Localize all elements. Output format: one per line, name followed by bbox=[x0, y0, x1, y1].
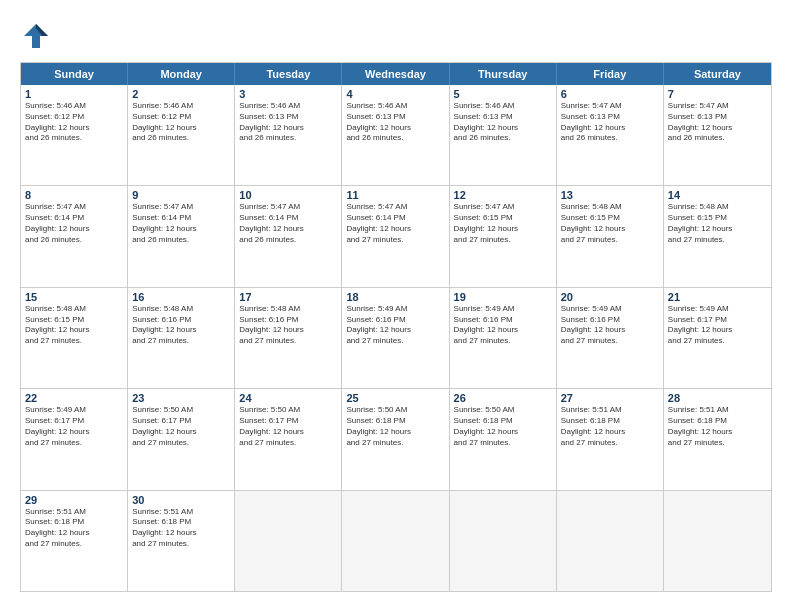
day-cell-14: 14Sunrise: 5:48 AMSunset: 6:15 PMDayligh… bbox=[664, 186, 771, 286]
day-cell-27: 27Sunrise: 5:51 AMSunset: 6:18 PMDayligh… bbox=[557, 389, 664, 489]
calendar-row-4: 29Sunrise: 5:51 AMSunset: 6:18 PMDayligh… bbox=[21, 491, 771, 591]
day-number: 26 bbox=[454, 392, 552, 404]
day-info: Sunrise: 5:47 AMSunset: 6:15 PMDaylight:… bbox=[454, 202, 552, 245]
day-cell-5: 5Sunrise: 5:46 AMSunset: 6:13 PMDaylight… bbox=[450, 85, 557, 185]
day-number: 3 bbox=[239, 88, 337, 100]
calendar-row-3: 22Sunrise: 5:49 AMSunset: 6:17 PMDayligh… bbox=[21, 389, 771, 490]
day-number: 25 bbox=[346, 392, 444, 404]
day-info: Sunrise: 5:47 AMSunset: 6:14 PMDaylight:… bbox=[239, 202, 337, 245]
day-number: 10 bbox=[239, 189, 337, 201]
day-cell-17: 17Sunrise: 5:48 AMSunset: 6:16 PMDayligh… bbox=[235, 288, 342, 388]
header-day-sunday: Sunday bbox=[21, 63, 128, 85]
day-number: 9 bbox=[132, 189, 230, 201]
day-info: Sunrise: 5:50 AMSunset: 6:17 PMDaylight:… bbox=[132, 405, 230, 448]
day-cell-7: 7Sunrise: 5:47 AMSunset: 6:13 PMDaylight… bbox=[664, 85, 771, 185]
day-cell-10: 10Sunrise: 5:47 AMSunset: 6:14 PMDayligh… bbox=[235, 186, 342, 286]
day-info: Sunrise: 5:49 AMSunset: 6:16 PMDaylight:… bbox=[454, 304, 552, 347]
day-number: 27 bbox=[561, 392, 659, 404]
day-cell-13: 13Sunrise: 5:48 AMSunset: 6:15 PMDayligh… bbox=[557, 186, 664, 286]
calendar: SundayMondayTuesdayWednesdayThursdayFrid… bbox=[20, 62, 772, 592]
day-cell-9: 9Sunrise: 5:47 AMSunset: 6:14 PMDaylight… bbox=[128, 186, 235, 286]
day-number: 6 bbox=[561, 88, 659, 100]
day-number: 20 bbox=[561, 291, 659, 303]
day-info: Sunrise: 5:46 AMSunset: 6:13 PMDaylight:… bbox=[239, 101, 337, 144]
calendar-row-2: 15Sunrise: 5:48 AMSunset: 6:15 PMDayligh… bbox=[21, 288, 771, 389]
day-info: Sunrise: 5:49 AMSunset: 6:16 PMDaylight:… bbox=[346, 304, 444, 347]
empty-cell-4-2 bbox=[235, 491, 342, 591]
day-cell-24: 24Sunrise: 5:50 AMSunset: 6:17 PMDayligh… bbox=[235, 389, 342, 489]
header-day-thursday: Thursday bbox=[450, 63, 557, 85]
day-info: Sunrise: 5:48 AMSunset: 6:15 PMDaylight:… bbox=[668, 202, 767, 245]
day-info: Sunrise: 5:51 AMSunset: 6:18 PMDaylight:… bbox=[132, 507, 230, 550]
day-info: Sunrise: 5:50 AMSunset: 6:17 PMDaylight:… bbox=[239, 405, 337, 448]
day-number: 14 bbox=[668, 189, 767, 201]
day-number: 19 bbox=[454, 291, 552, 303]
day-number: 4 bbox=[346, 88, 444, 100]
day-info: Sunrise: 5:51 AMSunset: 6:18 PMDaylight:… bbox=[561, 405, 659, 448]
day-info: Sunrise: 5:48 AMSunset: 6:16 PMDaylight:… bbox=[132, 304, 230, 347]
header-day-monday: Monday bbox=[128, 63, 235, 85]
day-number: 11 bbox=[346, 189, 444, 201]
day-cell-26: 26Sunrise: 5:50 AMSunset: 6:18 PMDayligh… bbox=[450, 389, 557, 489]
day-info: Sunrise: 5:46 AMSunset: 6:13 PMDaylight:… bbox=[346, 101, 444, 144]
day-info: Sunrise: 5:48 AMSunset: 6:15 PMDaylight:… bbox=[25, 304, 123, 347]
day-cell-22: 22Sunrise: 5:49 AMSunset: 6:17 PMDayligh… bbox=[21, 389, 128, 489]
day-cell-6: 6Sunrise: 5:47 AMSunset: 6:13 PMDaylight… bbox=[557, 85, 664, 185]
header-day-friday: Friday bbox=[557, 63, 664, 85]
calendar-row-0: 1Sunrise: 5:46 AMSunset: 6:12 PMDaylight… bbox=[21, 85, 771, 186]
day-info: Sunrise: 5:49 AMSunset: 6:17 PMDaylight:… bbox=[668, 304, 767, 347]
day-cell-23: 23Sunrise: 5:50 AMSunset: 6:17 PMDayligh… bbox=[128, 389, 235, 489]
day-cell-28: 28Sunrise: 5:51 AMSunset: 6:18 PMDayligh… bbox=[664, 389, 771, 489]
day-cell-19: 19Sunrise: 5:49 AMSunset: 6:16 PMDayligh… bbox=[450, 288, 557, 388]
day-number: 13 bbox=[561, 189, 659, 201]
day-number: 8 bbox=[25, 189, 123, 201]
day-info: Sunrise: 5:49 AMSunset: 6:17 PMDaylight:… bbox=[25, 405, 123, 448]
day-cell-2: 2Sunrise: 5:46 AMSunset: 6:12 PMDaylight… bbox=[128, 85, 235, 185]
day-cell-25: 25Sunrise: 5:50 AMSunset: 6:18 PMDayligh… bbox=[342, 389, 449, 489]
calendar-header: SundayMondayTuesdayWednesdayThursdayFrid… bbox=[21, 63, 771, 85]
logo bbox=[20, 20, 56, 52]
day-number: 29 bbox=[25, 494, 123, 506]
day-number: 16 bbox=[132, 291, 230, 303]
day-cell-21: 21Sunrise: 5:49 AMSunset: 6:17 PMDayligh… bbox=[664, 288, 771, 388]
day-number: 15 bbox=[25, 291, 123, 303]
day-cell-1: 1Sunrise: 5:46 AMSunset: 6:12 PMDaylight… bbox=[21, 85, 128, 185]
empty-cell-4-3 bbox=[342, 491, 449, 591]
day-cell-20: 20Sunrise: 5:49 AMSunset: 6:16 PMDayligh… bbox=[557, 288, 664, 388]
day-info: Sunrise: 5:49 AMSunset: 6:16 PMDaylight:… bbox=[561, 304, 659, 347]
day-cell-4: 4Sunrise: 5:46 AMSunset: 6:13 PMDaylight… bbox=[342, 85, 449, 185]
day-info: Sunrise: 5:47 AMSunset: 6:13 PMDaylight:… bbox=[668, 101, 767, 144]
day-cell-15: 15Sunrise: 5:48 AMSunset: 6:15 PMDayligh… bbox=[21, 288, 128, 388]
header-day-saturday: Saturday bbox=[664, 63, 771, 85]
day-cell-3: 3Sunrise: 5:46 AMSunset: 6:13 PMDaylight… bbox=[235, 85, 342, 185]
day-info: Sunrise: 5:47 AMSunset: 6:14 PMDaylight:… bbox=[132, 202, 230, 245]
header-day-tuesday: Tuesday bbox=[235, 63, 342, 85]
header-day-wednesday: Wednesday bbox=[342, 63, 449, 85]
day-number: 5 bbox=[454, 88, 552, 100]
day-cell-30: 30Sunrise: 5:51 AMSunset: 6:18 PMDayligh… bbox=[128, 491, 235, 591]
logo-icon bbox=[20, 20, 52, 52]
day-number: 12 bbox=[454, 189, 552, 201]
empty-cell-4-5 bbox=[557, 491, 664, 591]
day-info: Sunrise: 5:46 AMSunset: 6:12 PMDaylight:… bbox=[132, 101, 230, 144]
day-number: 18 bbox=[346, 291, 444, 303]
day-number: 22 bbox=[25, 392, 123, 404]
day-info: Sunrise: 5:47 AMSunset: 6:14 PMDaylight:… bbox=[346, 202, 444, 245]
day-number: 2 bbox=[132, 88, 230, 100]
calendar-row-1: 8Sunrise: 5:47 AMSunset: 6:14 PMDaylight… bbox=[21, 186, 771, 287]
day-info: Sunrise: 5:47 AMSunset: 6:14 PMDaylight:… bbox=[25, 202, 123, 245]
calendar-body: 1Sunrise: 5:46 AMSunset: 6:12 PMDaylight… bbox=[21, 85, 771, 591]
day-info: Sunrise: 5:46 AMSunset: 6:13 PMDaylight:… bbox=[454, 101, 552, 144]
day-number: 23 bbox=[132, 392, 230, 404]
day-number: 24 bbox=[239, 392, 337, 404]
day-cell-16: 16Sunrise: 5:48 AMSunset: 6:16 PMDayligh… bbox=[128, 288, 235, 388]
day-number: 1 bbox=[25, 88, 123, 100]
empty-cell-4-4 bbox=[450, 491, 557, 591]
day-number: 7 bbox=[668, 88, 767, 100]
day-number: 21 bbox=[668, 291, 767, 303]
day-cell-8: 8Sunrise: 5:47 AMSunset: 6:14 PMDaylight… bbox=[21, 186, 128, 286]
day-info: Sunrise: 5:47 AMSunset: 6:13 PMDaylight:… bbox=[561, 101, 659, 144]
day-number: 17 bbox=[239, 291, 337, 303]
header bbox=[20, 20, 772, 52]
day-cell-11: 11Sunrise: 5:47 AMSunset: 6:14 PMDayligh… bbox=[342, 186, 449, 286]
